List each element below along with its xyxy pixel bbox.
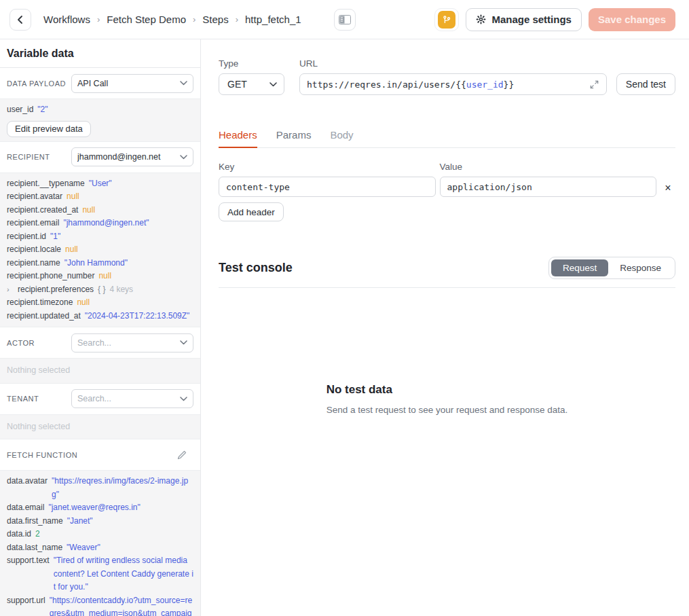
row-key: recipient.preferences: [18, 283, 94, 297]
row-value: "janet.weaver@reqres.in": [48, 501, 140, 515]
row-value: "2024-04-23T17:22:13.509Z": [85, 310, 190, 323]
request-config-row: Type GET URL https://reqres.in/api/users…: [219, 58, 675, 95]
row-value: "John Hammond": [64, 257, 128, 270]
add-header-button[interactable]: Add header: [219, 202, 284, 221]
gear-icon: [476, 14, 486, 24]
test-console-header: Test console Request Response: [219, 257, 675, 279]
expand-icon[interactable]: [589, 79, 599, 90]
breadcrumb-workflows[interactable]: Workflows: [43, 14, 90, 25]
recipient-selected-value: jhammond@ingen.net: [77, 152, 180, 162]
breadcrumb-separator: ›: [236, 14, 238, 24]
row-key: data.first_name: [7, 515, 63, 528]
header-labels-and-inputs: Key content-type Value application/json …: [219, 162, 675, 197]
actor-section-header: ACTOR Search...: [0, 327, 200, 358]
request-response-toggle: Request Response: [548, 257, 675, 279]
chevron-down-icon: [180, 340, 187, 345]
remove-header-button[interactable]: ×: [665, 183, 671, 194]
key-label: Key: [219, 162, 436, 172]
fetch-row: data.email "janet.weaver@reqres.in": [7, 501, 193, 515]
tenant-empty-state: Nothing selected: [7, 419, 193, 435]
row-key: recipient.email: [7, 217, 59, 230]
tab-headers[interactable]: Headers: [219, 129, 257, 147]
http-method-select[interactable]: GET: [219, 73, 284, 95]
chevron-down-icon: [180, 81, 187, 86]
row-key: recipient.created_at: [7, 204, 78, 217]
row-value: "Weaver": [67, 541, 100, 555]
url-label: URL: [299, 58, 607, 69]
tenant-search-placeholder: Search...: [77, 394, 180, 403]
header-key-input[interactable]: content-type: [219, 177, 436, 197]
tab-params[interactable]: Params: [276, 129, 312, 147]
toggle-request[interactable]: Request: [551, 259, 608, 276]
breadcrumb-step-id: http_fetch_1: [245, 14, 301, 25]
top-bar: Workflows › Fetch Step Demo › Steps › ht…: [0, 0, 689, 39]
recipient-row: recipient.phone_number null: [7, 270, 193, 283]
header-value-input[interactable]: application/json: [440, 177, 657, 197]
row-value: "1": [50, 230, 60, 244]
recipient-row: recipient.email "jhammond@ingen.net": [7, 217, 193, 230]
tab-body[interactable]: Body: [330, 129, 353, 147]
toggle-response[interactable]: Response: [608, 259, 673, 276]
row-value: null: [67, 190, 79, 204]
data-payload-label: DATA PAYLOAD: [7, 79, 66, 88]
disclosure-chevron-icon[interactable]: ›: [7, 283, 14, 297]
edit-preview-data-button[interactable]: Edit preview data: [7, 121, 91, 137]
data-payload-select[interactable]: API Call: [71, 74, 193, 93]
row-key: data.avatar: [7, 475, 48, 501]
row-value-braces: { }: [98, 283, 105, 297]
recipient-row: recipient.name "John Hammond": [7, 257, 193, 270]
chevron-down-icon: [180, 155, 187, 160]
row-key: data.email: [7, 501, 44, 515]
recipient-values: recipient.__typename "User" recipient.av…: [0, 173, 200, 328]
method-field: Type GET: [219, 58, 284, 95]
tenant-search-select[interactable]: Search...: [71, 389, 193, 408]
breadcrumb-steps[interactable]: Steps: [202, 14, 228, 25]
edit-pencil-icon[interactable]: [176, 449, 193, 461]
row-value: null: [82, 204, 95, 217]
save-changes-button[interactable]: Save changes: [589, 8, 675, 31]
header-key-column: Key content-type: [219, 162, 436, 197]
fetch-function-label: FETCH FUNCTION: [7, 451, 77, 459]
recipient-row: recipient.locale null: [7, 243, 193, 257]
row-value: "User": [89, 177, 112, 191]
recipient-section-header: RECIPIENT jhammond@ingen.net: [0, 142, 200, 173]
send-test-button[interactable]: Send test: [616, 73, 675, 95]
recipient-select[interactable]: jhammond@ingen.net: [71, 147, 193, 166]
test-console-divider: [219, 287, 675, 288]
panel-toggle-button[interactable]: [334, 9, 356, 31]
actor-search-placeholder: Search...: [77, 338, 180, 348]
step-editor-main: Type GET URL https://reqres.in/api/users…: [201, 39, 689, 616]
fetch-function-values: data.avatar "https://reqres.in/img/faces…: [0, 470, 200, 616]
row-key: recipient.id: [7, 230, 46, 244]
variable-data-sidebar: Variable data DATA PAYLOAD API Call user…: [0, 39, 201, 616]
recipient-row: recipient.timezone null: [7, 296, 193, 310]
empty-state-subtitle: Send a test request to see your request …: [327, 405, 568, 415]
chevron-down-icon: [269, 82, 277, 87]
type-label: Type: [219, 58, 284, 69]
workflow-brand-button[interactable]: [434, 8, 459, 31]
actor-values: Nothing selected: [0, 358, 200, 384]
row-key: recipient.__typename: [7, 177, 85, 191]
row-key: data.id: [7, 528, 31, 541]
row-value: null: [77, 296, 90, 310]
breadcrumb-separator: ›: [97, 14, 100, 24]
row-key: support.text: [7, 554, 50, 594]
row-key: recipient.locale: [7, 243, 61, 257]
sidebar-layout-icon: [339, 15, 351, 24]
row-value: null: [98, 270, 111, 283]
manage-settings-button[interactable]: Manage settings: [466, 8, 582, 31]
row-value: 2: [35, 528, 40, 541]
row-value: "https://reqres.in/img/faces/2-image.jpg…: [52, 475, 193, 501]
back-button[interactable]: [10, 9, 31, 31]
fetch-row: data.avatar "https://reqres.in/img/faces…: [7, 475, 193, 501]
actor-search-select[interactable]: Search...: [71, 333, 193, 352]
recipient-row: recipient.id "1": [7, 230, 193, 244]
payload-row: user_id "2": [7, 103, 193, 117]
url-input[interactable]: https://reqres.in/api/users/{{user_id}}: [299, 73, 607, 95]
actor-empty-state: Nothing selected: [7, 363, 193, 379]
row-value: "Tired of writing endless social media c…: [54, 554, 193, 594]
save-changes-label: Save changes: [598, 14, 666, 25]
recipient-preferences-row[interactable]: › recipient.preferences { } 4 keys: [7, 283, 193, 297]
breadcrumb-workflow-name[interactable]: Fetch Step Demo: [107, 14, 186, 25]
row-key: support.url: [7, 594, 45, 616]
